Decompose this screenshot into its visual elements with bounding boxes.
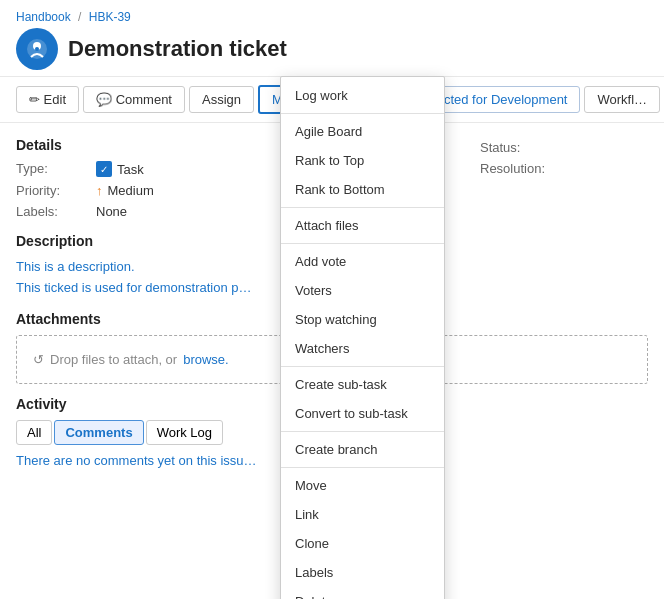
tab-comments[interactable]: Comments xyxy=(54,420,143,445)
priority-label: Priority: xyxy=(16,183,96,198)
browse-link[interactable]: browse. xyxy=(183,352,229,367)
comment-button[interactable]: 💬 Comment xyxy=(83,86,185,113)
type-label: Type: xyxy=(16,161,96,177)
page-title: Demonstration ticket xyxy=(68,36,287,62)
task-checkbox-icon: ✓ xyxy=(96,161,112,177)
header-top: Demonstration ticket xyxy=(16,28,648,70)
menu-divider-5 xyxy=(281,431,444,432)
header-bar: Handbook / HBK-39 Demonstration ticket xyxy=(0,0,664,77)
breadcrumb: Handbook / HBK-39 xyxy=(16,10,648,24)
breadcrumb-ticket-id[interactable]: HBK-39 xyxy=(89,10,131,24)
priority-arrow-icon: ↑ xyxy=(96,183,103,198)
menu-item-voters[interactable]: Voters xyxy=(281,276,444,305)
more-dropdown-menu: Log work Agile Board Rank to Top Rank to… xyxy=(280,76,445,599)
upload-icon: ↺ xyxy=(33,352,44,367)
tab-worklog[interactable]: Work Log xyxy=(146,420,223,445)
menu-divider-4 xyxy=(281,366,444,367)
breadcrumb-handbook[interactable]: Handbook xyxy=(16,10,71,24)
menu-divider-3 xyxy=(281,243,444,244)
menu-item-delete[interactable]: Delete xyxy=(281,587,444,599)
menu-item-clone[interactable]: Clone xyxy=(281,529,444,558)
menu-divider-6 xyxy=(281,467,444,468)
resolution-label: Resolution: xyxy=(480,161,545,176)
type-text: Task xyxy=(117,162,144,177)
status-panel: Status: Resolution: xyxy=(464,130,664,192)
workflow-button[interactable]: Workfl… xyxy=(584,86,660,113)
edit-button[interactable]: ✏ Edit xyxy=(16,86,79,113)
menu-item-log-work[interactable]: Log work xyxy=(281,81,444,110)
menu-item-create-subtask[interactable]: Create sub-task xyxy=(281,370,444,399)
priority-text: Medium xyxy=(108,183,154,198)
menu-item-create-branch[interactable]: Create branch xyxy=(281,435,444,464)
menu-item-agile-board[interactable]: Agile Board xyxy=(281,117,444,146)
menu-item-link[interactable]: Link xyxy=(281,500,444,529)
menu-item-watchers[interactable]: Watchers xyxy=(281,334,444,363)
labels-label: Labels: xyxy=(16,204,96,219)
menu-divider-1 xyxy=(281,113,444,114)
menu-item-stop-watching[interactable]: Stop watching xyxy=(281,305,444,334)
menu-item-convert-subtask[interactable]: Convert to sub-task xyxy=(281,399,444,428)
menu-item-labels[interactable]: Labels xyxy=(281,558,444,587)
tab-all[interactable]: All xyxy=(16,420,52,445)
status-label: Status: xyxy=(480,140,520,155)
menu-item-attach-files[interactable]: Attach files xyxy=(281,211,444,240)
drop-text: Drop files to attach, or xyxy=(50,352,177,367)
logo-icon xyxy=(16,28,58,70)
menu-item-add-vote[interactable]: Add vote xyxy=(281,247,444,276)
breadcrumb-separator: / xyxy=(78,10,81,24)
menu-item-rank-top[interactable]: Rank to Top xyxy=(281,146,444,175)
menu-item-move[interactable]: Move xyxy=(281,471,444,500)
resolution-row: Resolution: xyxy=(480,161,648,176)
status-row: Status: xyxy=(480,140,648,155)
menu-item-rank-bottom[interactable]: Rank to Bottom xyxy=(281,175,444,204)
assign-button[interactable]: Assign xyxy=(189,86,254,113)
svg-point-2 xyxy=(35,47,39,51)
menu-divider-2 xyxy=(281,207,444,208)
